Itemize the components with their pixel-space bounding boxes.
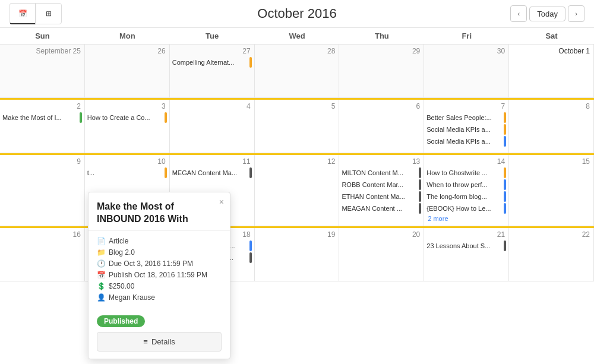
day-header-fri: Fri bbox=[424, 28, 509, 44]
day-cell-sep28: 28 bbox=[255, 45, 340, 98]
details-button[interactable]: ≡ Details bbox=[97, 332, 222, 352]
day-number: 15 bbox=[511, 157, 591, 166]
calendar-body: September 25 26 27 Compelling Alternat..… bbox=[0, 45, 594, 281]
event-item[interactable]: MILTON Content M... bbox=[342, 167, 421, 178]
day-header-mon: Mon bbox=[85, 28, 170, 44]
event-item[interactable]: Social Media KPIs a... bbox=[426, 124, 506, 135]
event-text: Social Media KPIs a... bbox=[426, 138, 502, 145]
event-item[interactable]: Make the Most of I... bbox=[2, 112, 82, 123]
day-number: 21 bbox=[426, 230, 506, 239]
day-number: 8 bbox=[511, 102, 591, 110]
event-dot-orange bbox=[504, 167, 506, 178]
event-item[interactable]: The long-form blog... bbox=[426, 191, 506, 202]
event-item[interactable]: ROBB Content Mar... bbox=[342, 179, 421, 190]
event-dot-blue bbox=[504, 136, 506, 147]
popup-row-type: 📄 Article bbox=[97, 237, 222, 245]
day-number: 4 bbox=[172, 102, 252, 110]
day-number: 5 bbox=[257, 102, 337, 110]
event-text: How to Ghostwrite ... bbox=[426, 169, 502, 176]
popup-title: Make the Most of INBOUND 2016 With bbox=[97, 201, 211, 226]
event-text: ROBB Content Mar... bbox=[342, 181, 417, 188]
event-item[interactable]: MEAGAN Content ... bbox=[342, 203, 421, 214]
event-dot-blue bbox=[504, 203, 506, 214]
details-icon: ≡ bbox=[143, 337, 148, 346]
popup-budget: $250.00 bbox=[109, 282, 134, 290]
popup-body: 📄 Article 📁 Blog 2.0 🕐 Due Oct 3, 2016 1… bbox=[89, 231, 230, 311]
event-item[interactable]: {EBOOK} How to Le... bbox=[426, 203, 506, 214]
popup-close-button[interactable]: × bbox=[219, 197, 224, 207]
day-cell-oct6: 6 bbox=[339, 100, 424, 153]
next-button[interactable]: › bbox=[568, 5, 584, 22]
day-number: 30 bbox=[426, 47, 506, 55]
event-text: MEGAN Content Ma... bbox=[172, 169, 248, 176]
details-label: Details bbox=[151, 337, 175, 346]
event-item[interactable]: Social Media KPIs a... bbox=[426, 136, 506, 147]
event-text: {EBOOK} How to Le... bbox=[426, 205, 502, 212]
day-number: 3 bbox=[87, 102, 167, 110]
event-item[interactable]: When to throw perf... bbox=[426, 179, 506, 190]
day-cell-oct13: 13 MILTON Content M... ROBB Content Mar.… bbox=[339, 155, 424, 226]
day-number: 28 bbox=[257, 47, 337, 55]
event-dot-dark bbox=[249, 252, 252, 263]
event-item[interactable]: Better Sales People:... bbox=[426, 112, 506, 123]
event-dot-blue bbox=[504, 179, 506, 190]
day-cell-oct12: 12 bbox=[255, 155, 340, 226]
day-cell-oct3: 3 How to Create a Co... bbox=[85, 100, 170, 153]
day-cell-oct4: 4 bbox=[170, 100, 255, 153]
event-item[interactable]: Compelling Alternat... bbox=[172, 57, 252, 68]
event-text: Better Sales People:... bbox=[426, 114, 502, 121]
popup-row-author: 👤 Megan Krause bbox=[97, 293, 222, 302]
popup-footer: Published ≡ Details bbox=[89, 311, 230, 359]
list-view-toggle[interactable]: ⊞ bbox=[36, 3, 62, 24]
event-dot-dark bbox=[419, 191, 421, 202]
day-number: 6 bbox=[342, 102, 421, 110]
calendar-view-toggle[interactable]: 📅 bbox=[10, 3, 36, 24]
day-number: 2 bbox=[2, 102, 82, 110]
more-events-link[interactable]: 2 more bbox=[426, 215, 506, 222]
event-item[interactable]: 23 Lessons About S... bbox=[426, 240, 506, 251]
list-icon: ⊞ bbox=[46, 10, 52, 18]
event-text: Compelling Alternat... bbox=[172, 59, 248, 66]
event-item[interactable]: How to Create a Co... bbox=[87, 112, 167, 123]
today-button[interactable]: Today bbox=[529, 7, 565, 21]
event-item[interactable]: How to Ghostwrite ... bbox=[426, 167, 506, 178]
day-number: 26 bbox=[87, 47, 167, 55]
event-dot-green bbox=[80, 112, 82, 123]
money-icon: 💲 bbox=[97, 282, 105, 290]
event-text: Social Media KPIs a... bbox=[426, 126, 502, 133]
event-item[interactable]: ETHAN Content Ma... bbox=[342, 191, 421, 202]
popup-due: Due Oct 3, 2016 11:59 PM bbox=[109, 259, 193, 268]
calendar-header: 📅 ⊞ October 2016 ‹ Today › bbox=[0, 0, 594, 28]
day-number: 9 bbox=[2, 157, 82, 166]
event-item[interactable]: t... bbox=[87, 167, 167, 178]
nav-controls: ‹ Today › bbox=[510, 5, 584, 22]
day-cell-sep30: 30 bbox=[424, 45, 509, 98]
day-cell-sep29: 29 bbox=[339, 45, 424, 98]
event-text: MEAGAN Content ... bbox=[342, 205, 417, 212]
event-text: How to Create a Co... bbox=[87, 114, 163, 121]
event-dot-dark bbox=[504, 240, 506, 251]
day-header-tue: Tue bbox=[170, 28, 255, 44]
day-cell-sep25: September 25 bbox=[0, 45, 85, 98]
event-dot-orange bbox=[165, 167, 167, 178]
event-text: When to throw perf... bbox=[426, 181, 502, 188]
event-item[interactable]: MEGAN Content Ma... bbox=[172, 167, 252, 178]
day-number: 22 bbox=[511, 230, 591, 239]
event-text: The long-form blog... bbox=[426, 193, 502, 200]
event-text: 23 Lessons About S... bbox=[426, 242, 502, 249]
article-icon: 📄 bbox=[97, 237, 105, 245]
event-dot-blue bbox=[249, 240, 252, 251]
day-header-thu: Thu bbox=[339, 28, 424, 44]
event-dot-dark bbox=[419, 167, 421, 178]
day-number: 19 bbox=[257, 230, 337, 239]
day-number: October 1 bbox=[511, 47, 591, 55]
day-cell-oct22: 22 bbox=[509, 228, 594, 281]
popup-type: Article bbox=[109, 237, 128, 245]
calendar-icon: 📅 bbox=[18, 10, 27, 18]
event-dot-orange bbox=[504, 112, 506, 123]
popup-row-blog: 📁 Blog 2.0 bbox=[97, 248, 222, 257]
event-dot-dark bbox=[249, 167, 252, 178]
published-badge: Published bbox=[97, 315, 145, 327]
day-header-wed: Wed bbox=[255, 28, 340, 44]
prev-button[interactable]: ‹ bbox=[510, 5, 527, 22]
